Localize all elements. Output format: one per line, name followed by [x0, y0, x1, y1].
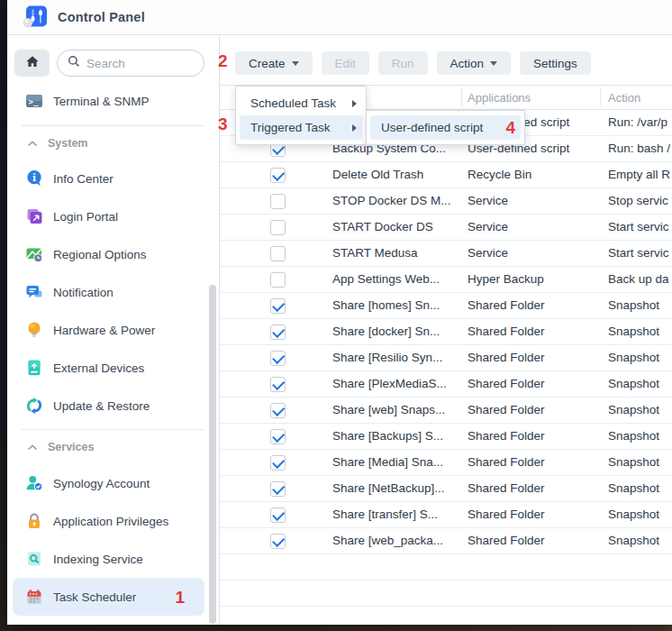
sidebar-item[interactable]: i Info Center — [7, 160, 219, 197]
task-name-cell: Share [NetBackup]... — [332, 476, 460, 501]
toolbar-button[interactable]: Settings — [520, 51, 591, 75]
table-row[interactable]: STOP Docker DS M... Service Stop servic — [220, 188, 672, 215]
sidebar-item[interactable]: Hardware & Power — [7, 311, 219, 349]
task-enabled-checkbox[interactable] — [270, 220, 286, 235]
table-row[interactable]: Delete Old Trash Recycle Bin Empty all R — [220, 162, 672, 188]
toolbar-button[interactable]: Run — [378, 51, 428, 75]
window-titlebar[interactable]: Control Panel — [7, 0, 672, 35]
table-row[interactable]: Share [web] Snaps... Shared Folder Snaps… — [220, 398, 672, 424]
task-name-cell: Delete Old Trash — [332, 162, 460, 187]
toolbar-button-label: Settings — [533, 57, 577, 70]
task-application-cell: Service — [468, 241, 601, 266]
menu-item-label: User-defined script — [381, 121, 483, 134]
sidebar: >_ Terminal & SNMP System — [7, 35, 220, 625]
table-row[interactable]: App Settings Web... Hyper Backup Back up… — [220, 267, 672, 293]
sidebar-item[interactable]: Login Portal — [7, 197, 219, 235]
search-input[interactable] — [86, 57, 195, 70]
sidebar-scrollbar[interactable] — [209, 285, 216, 624]
table-row[interactable]: Share [Backups] S... Shared Folder Snaps… — [220, 424, 672, 450]
table-row[interactable]: Share [Resilio Syn... Shared Folder Snap… — [220, 345, 672, 371]
indexing-service-icon — [25, 550, 43, 568]
services-section-items: Synology Account Application Privileges — [7, 464, 219, 616]
home-button[interactable] — [14, 50, 50, 77]
task-enabled-checkbox[interactable] — [270, 403, 286, 418]
table-row[interactable]: START Docker DS Service Start servic — [220, 215, 672, 241]
task-name-cell: Share [Backups] S... — [332, 424, 460, 449]
toolbar-button[interactable]: Action — [437, 51, 512, 75]
menu-item-label: Scheduled Task — [250, 96, 336, 110]
create-dropdown-menu: Scheduled Task Triggered Task — [235, 86, 367, 145]
chevron-up-icon — [27, 137, 38, 150]
sidebar-item[interactable]: External Devices — [7, 349, 219, 387]
submenu-arrow-icon — [352, 124, 357, 132]
table-row[interactable]: Share [web_packa... Shared Folder Snapsh… — [220, 528, 672, 554]
table-row[interactable]: Share [transfer] S... Shared Folder Snap… — [220, 502, 672, 528]
triggered-task-submenu: User-defined script 4 — [366, 110, 525, 145]
task-enabled-checkbox[interactable] — [270, 377, 286, 392]
update-restore-icon — [25, 397, 43, 415]
table-row[interactable]: Share [docker] Sn... Shared Folder Snaps… — [220, 319, 672, 345]
sidebar-item[interactable]: Regional Options — [7, 235, 219, 273]
task-application-cell: Shared Folder — [468, 398, 601, 423]
sidebar-item[interactable]: Update & Restore — [7, 387, 219, 425]
sidebar-item[interactable]: Application Privileges — [7, 502, 219, 540]
task-enabled-checkbox[interactable] — [270, 298, 286, 314]
task-enabled-checkbox[interactable] — [270, 455, 286, 471]
annotation-number: 4 — [505, 119, 515, 136]
task-scheduler-icon — [25, 588, 43, 606]
task-enabled-checkbox[interactable] — [270, 508, 286, 523]
task-action-cell: Snapshot — [608, 502, 672, 527]
svg-text:>_: >_ — [29, 97, 39, 106]
task-enabled-checkbox[interactable] — [270, 481, 286, 497]
sidebar-item-terminal-snmp[interactable]: >_ Terminal & SNMP — [7, 86, 219, 116]
task-action-cell: Snapshot — [608, 371, 672, 397]
task-enabled-checkbox[interactable] — [270, 272, 286, 288]
task-enabled-checkbox[interactable] — [270, 168, 286, 183]
column-separator — [600, 88, 601, 106]
sidebar-item[interactable]: Notification — [7, 273, 219, 311]
menu-item[interactable]: Triggered Task — [240, 115, 362, 140]
task-name-cell: STOP Docker DS M... — [332, 188, 460, 214]
task-name-cell: START Medusa — [332, 241, 460, 266]
menu-item-label: Triggered Task — [250, 121, 331, 134]
sidebar-item-label: Terminal & SNMP — [53, 95, 150, 108]
task-enabled-checkbox[interactable] — [270, 429, 286, 444]
toolbar-button[interactable]: Create — [235, 51, 313, 75]
sidebar-item[interactable]: Synology Account — [7, 464, 219, 502]
task-name-cell: Share [transfer] S... — [332, 502, 460, 527]
task-enabled-checkbox[interactable] — [270, 351, 286, 366]
toolbar-button[interactable]: Edit — [322, 51, 369, 75]
column-separator — [461, 88, 462, 106]
sidebar-item-label: Login Portal — [53, 210, 118, 224]
search-box[interactable] — [57, 50, 204, 77]
task-enabled-checkbox[interactable] — [270, 194, 286, 209]
table-row[interactable]: Share [PlexMediaS... Shared Folder Snaps… — [220, 371, 672, 398]
external-devices-icon — [25, 359, 43, 377]
sidebar-item[interactable]: Indexing Service — [7, 540, 219, 578]
task-enabled-checkbox[interactable] — [270, 534, 286, 549]
task-enabled-checkbox[interactable] — [270, 246, 286, 261]
task-application-cell: Shared Folder — [468, 319, 601, 344]
toolbar-button-label: Run — [392, 57, 414, 70]
section-header-system[interactable]: System — [7, 126, 219, 160]
task-enabled-checkbox[interactable] — [270, 325, 286, 340]
section-header-services[interactable]: Services — [7, 430, 219, 464]
table-row[interactable]: START Medusa Service Start servic — [220, 241, 672, 267]
menu-item[interactable]: User-defined script 4 — [370, 115, 521, 140]
table-row[interactable]: Share [homes] Sn... Shared Folder Snapsh… — [220, 293, 672, 319]
task-action-cell: Start servic — [608, 215, 672, 240]
menu-item[interactable]: Scheduled Task — [236, 91, 366, 115]
task-application-cell: Shared Folder — [468, 371, 601, 397]
task-application-cell: Shared Folder — [468, 502, 601, 527]
window-title: Control Panel — [58, 10, 145, 24]
annotation-number: 3 — [218, 115, 228, 133]
system-section-items: i Info Center Login Portal — [7, 160, 219, 425]
task-action-cell: Snapshot — [608, 424, 672, 449]
table-row[interactable]: Share [NetBackup]... Shared Folder Snaps… — [220, 476, 672, 502]
sidebar-item[interactable]: Task Scheduler 1 — [13, 578, 204, 616]
column-header-applications[interactable]: Applications — [468, 86, 531, 110]
application-privileges-icon — [25, 512, 43, 530]
column-header-action[interactable]: Action — [608, 86, 640, 110]
table-row[interactable]: Share [Media] Sna... Shared Folder Snaps… — [220, 450, 672, 476]
task-application-cell: Shared Folder — [468, 424, 601, 449]
